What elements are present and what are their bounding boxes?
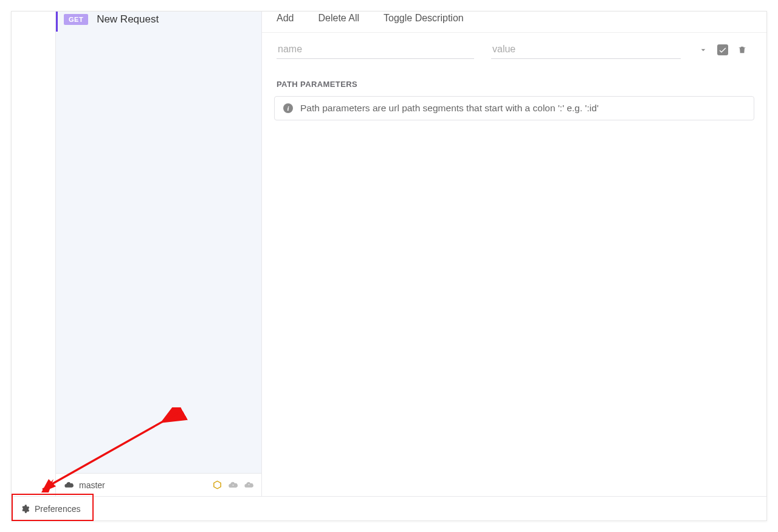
add-button[interactable]: Add xyxy=(277,13,294,24)
main-area: GET New Request master xyxy=(12,12,766,496)
request-list: GET New Request xyxy=(56,12,261,473)
path-parameters-title: PATH PARAMETERS xyxy=(262,66,766,96)
chevron-down-icon[interactable] xyxy=(698,44,709,55)
param-value-input[interactable] xyxy=(491,40,681,59)
params-toolbar: Add Delete All Toggle Description xyxy=(262,12,766,33)
branch-bar: master xyxy=(56,473,261,496)
branch-name[interactable]: master xyxy=(79,480,105,490)
cloud-icon xyxy=(63,480,74,491)
content-pane: Add Delete All Toggle Description xyxy=(262,12,766,496)
preferences-link[interactable]: Preferences xyxy=(35,504,80,514)
path-parameters-info-text: Path parameters are url path segments th… xyxy=(300,103,599,114)
trash-icon[interactable] xyxy=(737,44,748,55)
toggle-description-button[interactable]: Toggle Description xyxy=(384,13,464,24)
delete-all-button[interactable]: Delete All xyxy=(318,13,359,24)
info-icon: i xyxy=(283,103,293,113)
sidebar: GET New Request master xyxy=(55,12,262,496)
param-enabled-checkbox[interactable] xyxy=(717,44,728,55)
param-name-input[interactable] xyxy=(277,40,474,59)
cloud-download-icon[interactable] xyxy=(227,480,238,491)
status-bar: Preferences xyxy=(12,496,766,520)
gear-icon xyxy=(20,504,30,514)
http-method-badge: GET xyxy=(64,14,88,25)
param-row xyxy=(262,33,766,66)
app-window: GET New Request master xyxy=(11,11,767,521)
cloud-upload-icon[interactable] xyxy=(243,480,254,491)
left-gutter xyxy=(12,12,55,496)
path-parameters-info: i Path parameters are url path segments … xyxy=(274,96,754,120)
param-row-actions xyxy=(698,44,748,55)
request-item[interactable]: GET New Request xyxy=(56,12,261,32)
request-name-label: New Request xyxy=(97,13,159,26)
cube-icon[interactable] xyxy=(212,480,222,491)
